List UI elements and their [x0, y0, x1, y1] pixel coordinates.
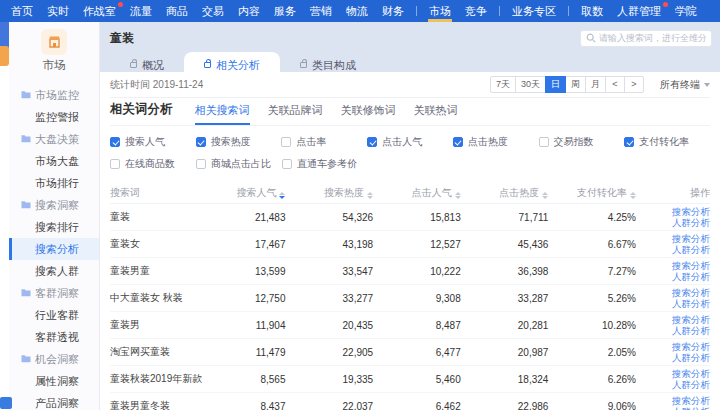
- crowd-analysis-link[interactable]: 人群分析: [672, 352, 710, 363]
- nav-item-trade[interactable]: 交易: [195, 0, 231, 22]
- metric-checkbox-item[interactable]: 点击人气: [367, 135, 453, 149]
- nav-item-business-zone[interactable]: 业务专区: [505, 0, 563, 22]
- sidebar-item-monitor-alert[interactable]: 监控警报: [9, 106, 99, 128]
- next-page-button[interactable]: >: [624, 76, 644, 93]
- metric-checkbox-item[interactable]: 商城点击占比: [196, 157, 282, 171]
- crowd-analysis-link[interactable]: 人群分析: [672, 271, 710, 282]
- checkbox-icon[interactable]: [196, 137, 206, 147]
- subtab-related-search-words[interactable]: 相关搜索词: [195, 97, 250, 125]
- column-header-1[interactable]: 搜索人气: [214, 186, 302, 200]
- crowd-analysis-link[interactable]: 人群分析: [672, 406, 710, 410]
- market-module-icon: [41, 29, 67, 55]
- sidebar-item-attribute-insight[interactable]: 属性洞察: [9, 370, 99, 392]
- sidebar-group-search-insight[interactable]: 搜索洞察: [9, 194, 99, 216]
- subtab-related-brand-words[interactable]: 关联品牌词: [268, 97, 323, 125]
- checkbox-icon[interactable]: [196, 159, 206, 169]
- nav-item-market[interactable]: 市场: [422, 0, 458, 22]
- checkbox-icon[interactable]: [282, 159, 292, 169]
- range-button-week[interactable]: 周: [565, 76, 586, 93]
- metric-checkbox-item[interactable]: 支付转化率: [624, 135, 710, 149]
- nav-item-crowd-management[interactable]: 人群管理: [610, 0, 668, 22]
- search-analysis-link[interactable]: 搜索分析: [672, 368, 710, 379]
- sort-icon[interactable]: [542, 192, 548, 200]
- sidebar-item-search-analysis[interactable]: 搜索分析: [9, 238, 99, 260]
- sidebar-item-product-insight[interactable]: 产品洞察: [9, 392, 99, 410]
- nav-item-realtime[interactable]: 实时: [40, 0, 76, 22]
- nav-item-academy[interactable]: 学院: [668, 0, 704, 22]
- metric-checkbox-item[interactable]: 交易指数: [539, 135, 625, 149]
- search-analysis-link[interactable]: 搜索分析: [672, 260, 710, 271]
- search-analysis-link[interactable]: 搜索分析: [672, 341, 710, 352]
- checkbox-label: 交易指数: [554, 135, 594, 149]
- sidebar-group-opportunity-insight[interactable]: 机会洞察: [9, 348, 99, 370]
- range-button-day[interactable]: 日: [545, 76, 566, 93]
- range-button-month[interactable]: 月: [585, 76, 606, 93]
- metric-checkbox-item[interactable]: 搜索人气: [110, 135, 196, 149]
- search-input[interactable]: [599, 33, 706, 43]
- range-button-30d[interactable]: 30天: [515, 76, 546, 93]
- column-header-3[interactable]: 点击人气: [389, 186, 477, 200]
- subtab-related-hot-words[interactable]: 关联热词: [414, 97, 458, 125]
- nav-item-service[interactable]: 服务: [267, 0, 303, 22]
- column-header-2[interactable]: 搜索热度: [301, 186, 389, 200]
- sidebar-group-crowd-insight[interactable]: 客群洞察: [9, 282, 99, 304]
- search-analysis-link[interactable]: 搜索分析: [672, 206, 710, 217]
- crowd-analysis-link[interactable]: 人群分析: [672, 244, 710, 255]
- nav-item-traffic[interactable]: 流量: [123, 0, 159, 22]
- sort-icon[interactable]: [455, 192, 461, 200]
- checkbox-icon[interactable]: [624, 137, 634, 147]
- sidebar-item-crowd-perspective[interactable]: 客群透视: [9, 326, 99, 348]
- nav-item-content[interactable]: 内容: [231, 0, 267, 22]
- range-button-7d[interactable]: 7天: [490, 76, 516, 93]
- nav-item-finance[interactable]: 财务: [375, 0, 411, 22]
- sort-icon[interactable]: [367, 192, 373, 200]
- nav-item-home[interactable]: 首页: [4, 0, 40, 22]
- sidebar-item-search-crowd[interactable]: 搜索人群: [9, 260, 99, 282]
- sort-icon[interactable]: [630, 192, 636, 200]
- keyword-search-box[interactable]: [580, 30, 712, 47]
- nav-item-war-room[interactable]: 作战室: [76, 0, 123, 22]
- checkbox-icon[interactable]: [281, 137, 291, 147]
- search-analysis-link[interactable]: 搜索分析: [672, 233, 710, 244]
- nav-item-data-extract[interactable]: 取数: [574, 0, 610, 22]
- sidebar-item-market-dashboard[interactable]: 市场大盘: [9, 150, 99, 172]
- value-cell: 33,277: [301, 293, 389, 304]
- metric-checkbox-item[interactable]: 直通车参考价: [282, 157, 368, 171]
- search-analysis-link[interactable]: 搜索分析: [672, 314, 710, 325]
- sidebar-item-search-ranking[interactable]: 搜索排行: [9, 216, 99, 238]
- checkbox-icon[interactable]: [539, 137, 549, 147]
- sidebar-item-industry-crowd[interactable]: 行业客群: [9, 304, 99, 326]
- search-analysis-link[interactable]: 搜索分析: [672, 395, 710, 406]
- metric-checkbox-item[interactable]: 在线商品数: [110, 157, 196, 171]
- column-header-4[interactable]: 点击热度: [477, 186, 565, 200]
- sort-icon[interactable]: [279, 192, 285, 200]
- checkbox-icon[interactable]: [110, 137, 120, 147]
- column-header-5[interactable]: 支付转化率: [564, 186, 652, 200]
- metric-checkbox-item[interactable]: 点击率: [281, 135, 367, 149]
- checkbox-icon[interactable]: [367, 137, 377, 147]
- value-cell: 4.25%: [564, 212, 652, 223]
- crowd-analysis-link[interactable]: 人群分析: [672, 217, 710, 228]
- sidebar-group-dashboard-decision[interactable]: 大盘决策: [9, 128, 99, 150]
- checkbox-icon[interactable]: [453, 137, 463, 147]
- search-analysis-link[interactable]: 搜索分析: [672, 287, 710, 298]
- crowd-analysis-link[interactable]: 人群分析: [672, 379, 710, 390]
- checkbox-icon[interactable]: [110, 159, 120, 169]
- sidebar-header: 市场: [9, 22, 99, 80]
- floating-widget[interactable]: [0, 397, 12, 409]
- nav-item-competition[interactable]: 竞争: [458, 0, 494, 22]
- nav-item-logistics[interactable]: 物流: [339, 0, 375, 22]
- crowd-analysis-link[interactable]: 人群分析: [672, 298, 710, 309]
- metric-checkbox-item[interactable]: 搜索热度: [196, 135, 282, 149]
- nav-item-product[interactable]: 商品: [159, 0, 195, 22]
- collapsed-panel-strip[interactable]: [0, 22, 9, 410]
- crowd-analysis-link[interactable]: 人群分析: [672, 325, 710, 336]
- sidebar-group-market-monitor[interactable]: 市场监控: [9, 84, 99, 106]
- table-row: 中大童装女 秋装12,75033,2779,30833,2875.26%搜索分析…: [110, 285, 710, 312]
- prev-page-button[interactable]: <: [605, 76, 625, 93]
- metric-checkbox-item[interactable]: 点击热度: [453, 135, 539, 149]
- subtab-related-modifier-words[interactable]: 关联修饰词: [341, 97, 396, 125]
- nav-item-marketing[interactable]: 营销: [303, 0, 339, 22]
- sidebar-item-market-ranking[interactable]: 市场排行: [9, 172, 99, 194]
- terminal-dropdown[interactable]: 所有终端: [660, 78, 710, 92]
